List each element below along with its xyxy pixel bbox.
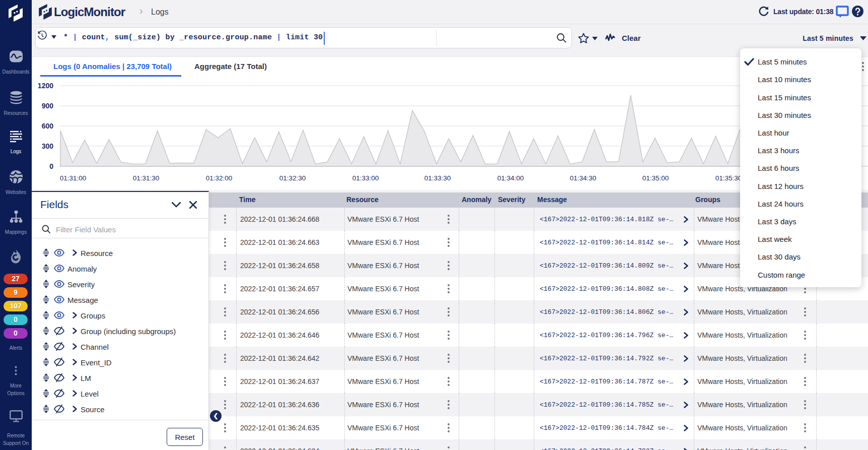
svg-text:300: 300	[42, 142, 54, 150]
svg-text:01:33:00: 01:33:00	[352, 174, 379, 182]
svg-text:01:33:30: 01:33:30	[424, 174, 451, 182]
svg-text:1200: 1200	[38, 82, 53, 90]
svg-text:01:34:00: 01:34:00	[497, 174, 524, 182]
svg-text:01:34:30: 01:34:30	[570, 174, 597, 182]
svg-text:01:31:30: 01:31:30	[133, 174, 160, 182]
svg-text:600: 600	[42, 122, 54, 130]
svg-text:01:31:00: 01:31:00	[60, 174, 87, 182]
svg-text:01:35:00: 01:35:00	[642, 174, 669, 182]
svg-text:0: 0	[49, 162, 53, 170]
svg-text:01:35:30: 01:35:30	[715, 174, 742, 182]
svg-text:01:32:00: 01:32:00	[206, 174, 233, 182]
svg-text:01:32:30: 01:32:30	[279, 174, 306, 182]
svg-text:900: 900	[42, 102, 54, 110]
